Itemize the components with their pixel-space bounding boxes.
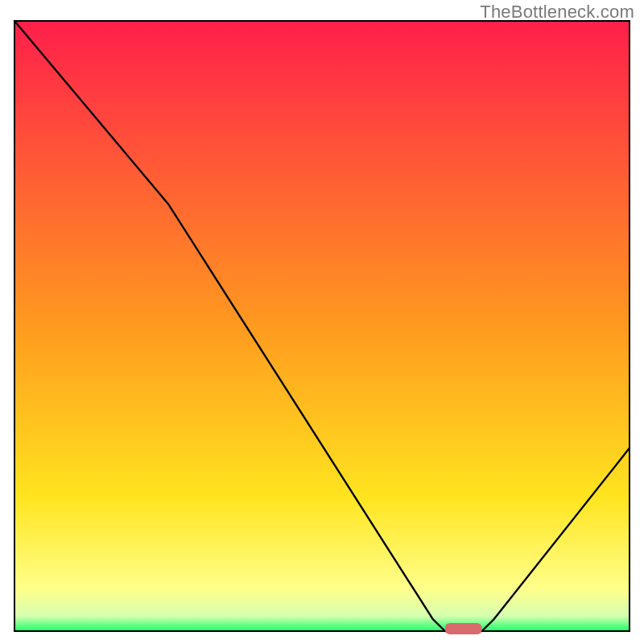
chart-svg bbox=[0, 0, 644, 644]
plot-area bbox=[14, 21, 630, 634]
plot-background bbox=[14, 21, 630, 631]
bottleneck-chart: TheBottleneck.com bbox=[0, 0, 644, 644]
sweet-spot-marker bbox=[445, 623, 482, 634]
watermark-label: TheBottleneck.com bbox=[480, 2, 634, 23]
